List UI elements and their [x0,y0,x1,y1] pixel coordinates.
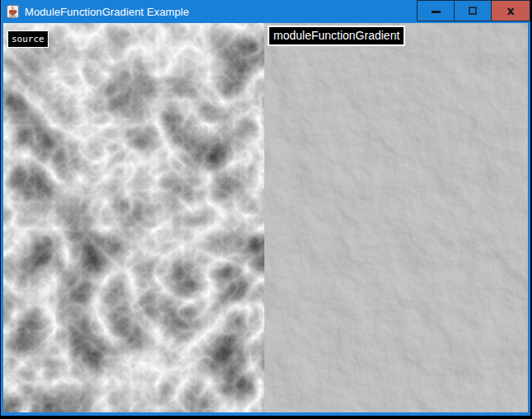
close-button[interactable]: x [491,0,530,21]
minimize-button[interactable] [417,0,455,21]
java-app-icon [7,5,19,18]
maximize-button[interactable] [454,0,492,21]
gradient-noise-texture [264,23,528,412]
gradient-image-pane: moduleFunctionGradient [264,23,528,412]
window-controls: x [418,0,530,21]
window-frame: source m [1,23,530,416]
source-label: source [7,30,49,48]
screen-background: ModuleFunctionGradient Example x [0,0,532,419]
minimize-icon [432,11,441,13]
app-window: ModuleFunctionGradient Example x [1,0,530,416]
source-image-pane: source [3,23,264,412]
maximize-icon [469,7,477,15]
source-noise-texture [3,23,264,412]
titlebar[interactable]: ModuleFunctionGradient Example x [1,0,530,23]
close-icon: x [506,5,514,16]
window-title: ModuleFunctionGradient Example [25,6,189,18]
gradient-label: moduleFunctionGradient [268,26,405,46]
